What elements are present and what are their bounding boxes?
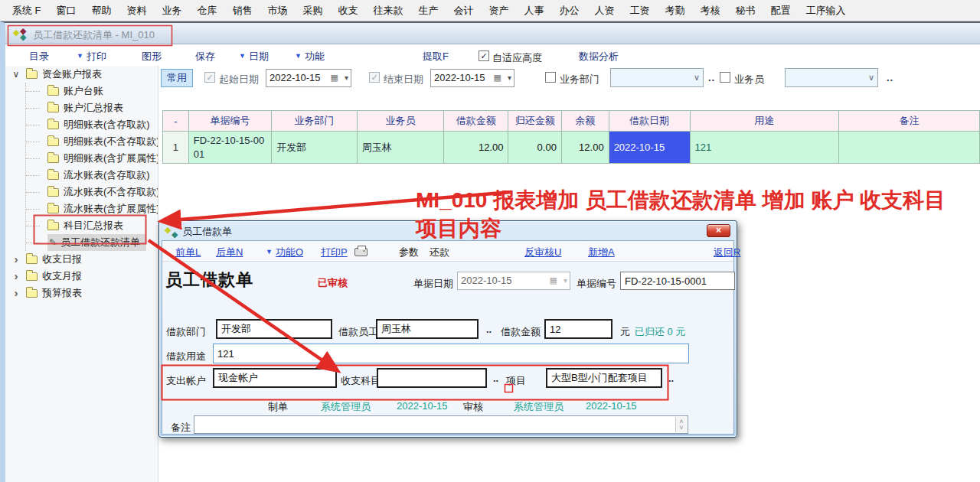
menu-item[interactable]: 会计 (446, 4, 482, 18)
col-header-staff[interactable]: 业务员 (357, 111, 443, 132)
tab-title[interactable]: 员工借款还款清单 - MI_010 (33, 28, 155, 42)
dept-checkbox[interactable] (545, 72, 556, 83)
end-date-input[interactable]: 2022-10-15 ▦ ▾ (430, 69, 514, 87)
close-icon[interactable]: × (707, 224, 730, 237)
back-button[interactable]: 返回R (714, 246, 740, 259)
cell-balance[interactable]: 12.00 (561, 132, 609, 164)
col-header-balance[interactable]: 余额 (561, 111, 609, 132)
cell-row-number[interactable]: 1 (163, 132, 189, 164)
menu-item[interactable]: 业务 (155, 4, 190, 18)
start-date-checkbox[interactable]: ✓ (204, 72, 215, 83)
pay-account-input[interactable] (213, 368, 337, 388)
category-input[interactable] (377, 368, 487, 388)
function-menu-button[interactable]: 功能O (276, 246, 303, 259)
loan-dept-input[interactable] (216, 319, 332, 339)
col-header-purpose[interactable]: 用途 (690, 111, 838, 132)
save-button[interactable]: 保存 (195, 50, 215, 64)
catalog-button[interactable]: 目录 (29, 50, 49, 64)
menu-item[interactable]: 帮助 (84, 4, 119, 18)
col-header-dept[interactable]: 业务部门 (272, 111, 357, 132)
add-new-button[interactable]: 新增A (588, 246, 615, 259)
tree-node-selected[interactable]: ✎ 员工借款还款清单 (26, 234, 158, 251)
printer-icon[interactable] (354, 248, 368, 256)
menu-item[interactable]: 销售 (225, 4, 260, 18)
staff-checkbox[interactable] (720, 72, 730, 83)
menu-item[interactable]: 考核 (693, 4, 728, 18)
tree-node[interactable]: 流水账表(不含存取款) (26, 184, 158, 200)
menu-item[interactable]: 人资 (587, 4, 622, 18)
cell-loan-amount[interactable]: 12.00 (444, 132, 508, 164)
chevron-right-icon[interactable]: › (11, 288, 21, 298)
date-menu-button[interactable]: 日期 (249, 50, 269, 64)
menu-item[interactable]: 往来款 (366, 4, 411, 18)
menu-item[interactable]: 市场 (260, 4, 296, 18)
tree-node[interactable]: 账户汇总报表 (26, 99, 158, 116)
tree-node[interactable]: 账户台账 (26, 83, 158, 99)
menu-item[interactable]: 配置 (763, 4, 799, 18)
prev-doc-button[interactable]: 前单L (175, 246, 201, 259)
chevron-right-icon[interactable]: › (11, 271, 21, 282)
menu-item[interactable]: 办公 (552, 4, 587, 18)
print-button[interactable]: 打印 (87, 50, 106, 64)
col-header-index[interactable]: - (163, 111, 189, 132)
graphic-button[interactable]: 图形 (142, 50, 162, 64)
menu-item[interactable]: 工序输入 (799, 4, 854, 18)
loan-amount-input[interactable] (544, 319, 612, 339)
loan-staff-input[interactable] (376, 319, 479, 339)
dropdown-icon[interactable]: ▾ (345, 73, 348, 82)
staff-more-button[interactable]: .. (486, 324, 492, 335)
menu-item[interactable]: 窗口 (49, 4, 84, 18)
tree-node[interactable]: 流水账表(含存取款) (26, 167, 158, 184)
menu-item[interactable]: 秘书 (728, 4, 763, 18)
autofit-checkbox[interactable]: ✓ (479, 50, 489, 61)
remark-input[interactable]: ˄ ˅ (194, 415, 688, 434)
col-header-loan-amount[interactable]: 借款金额 (444, 111, 508, 132)
col-header-remark[interactable]: 备注 (838, 111, 979, 132)
end-date-checkbox[interactable]: ✓ (369, 72, 380, 83)
purpose-input[interactable] (213, 344, 689, 363)
doc-no-input[interactable] (620, 272, 735, 290)
tree-node-fund-account-reports[interactable]: ∨ 资金账户报表 (5, 66, 158, 83)
tree-node[interactable]: 明细账表(含存取款) (26, 116, 158, 133)
project-more-button[interactable]: .. (668, 373, 674, 384)
tree-node-daily[interactable]: › 收支日报 (5, 251, 158, 268)
menu-item[interactable]: 资料 (119, 4, 155, 18)
menu-item[interactable]: 人事 (517, 4, 552, 18)
project-input[interactable] (546, 368, 662, 388)
chevron-down-icon[interactable]: ∨ (11, 69, 21, 80)
chevron-right-icon[interactable]: › (11, 254, 21, 265)
dept-combobox[interactable]: ∨ (610, 68, 704, 87)
params-button[interactable]: 参数 (399, 246, 419, 259)
spinner-down-icon[interactable]: ˅ (679, 425, 683, 431)
menu-item[interactable]: 仓库 (190, 4, 225, 18)
print-button[interactable]: 打印P (321, 246, 348, 259)
cell-remark[interactable] (838, 132, 979, 164)
menu-item[interactable]: 考勤 (658, 4, 693, 18)
tree-node[interactable]: 明细账表(含扩展属性) (26, 150, 158, 167)
menu-item[interactable]: 工资 (622, 4, 658, 18)
tree-node-monthly[interactable]: › 收支月报 (5, 268, 158, 285)
common-button[interactable]: 常用 (161, 69, 193, 87)
menu-item[interactable]: 生产 (411, 4, 446, 18)
dialog-titlebar[interactable]: ◆ ◆ 员工借款单 × (159, 221, 737, 240)
col-header-repaid-amount[interactable]: 归还金额 (508, 111, 561, 132)
menu-item[interactable]: 资产 (482, 4, 517, 18)
menu-item[interactable]: 系统 F (5, 4, 49, 18)
tree-node[interactable]: 科目汇总报表 (26, 217, 158, 234)
staff-combobox[interactable]: ∨ (785, 68, 878, 87)
next-doc-button[interactable]: 后单N (216, 246, 243, 259)
data-analysis-button[interactable]: 数据分析 (579, 50, 619, 64)
dept-more-button[interactable]: .. (708, 72, 715, 83)
function-menu-button[interactable]: 功能 (305, 50, 325, 64)
cell-repaid-amount[interactable]: 0.00 (508, 132, 561, 164)
tree-node[interactable]: 流水账表(含扩展属性) (26, 200, 158, 217)
extract-button[interactable]: 提取F (423, 50, 449, 64)
cell-loan-date-selected[interactable]: 2022-10-15 (609, 132, 690, 164)
col-header-loan-date[interactable]: 借款日期 (609, 111, 690, 132)
spinner-control[interactable]: ˄ ˅ (675, 417, 687, 432)
start-date-input[interactable]: 2022-10-15 ▦ ▾ (266, 69, 351, 87)
tree-node-budget[interactable]: › 预算报表 (5, 285, 158, 301)
cell-staff[interactable]: 周玉林 (357, 132, 443, 164)
unaudit-button[interactable]: 反审核U (524, 246, 561, 259)
cell-dept[interactable]: 开发部 (272, 132, 357, 164)
